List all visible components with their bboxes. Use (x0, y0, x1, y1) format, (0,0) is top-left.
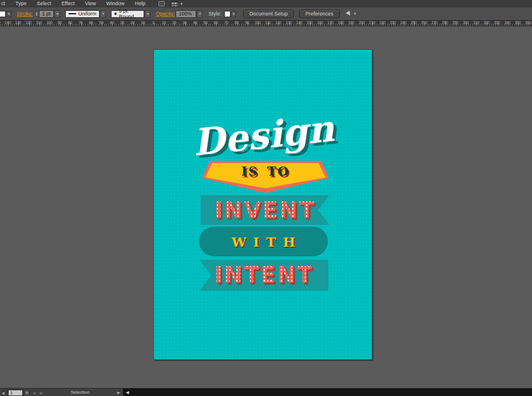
ruler-label: 10 (162, 21, 166, 25)
ruler-label: 70 (78, 21, 82, 25)
menu-items: ctTypeSelectEffectViewWindowHelp (0, 0, 150, 7)
document-setup-button[interactable]: Document Setup (243, 10, 294, 18)
artboard[interactable]: Design IS TO INVENT WITH INTENT (153, 49, 372, 360)
fill-color-dropdown[interactable]: ▼ (6, 11, 11, 17)
ruler-label: 330 (494, 21, 500, 25)
style-swatch[interactable] (224, 11, 231, 17)
menu-bar: ctTypeSelectEffectViewWindowHelp ▼ (0, 0, 532, 7)
ruler-label: 350 (515, 21, 521, 25)
ruler-label: 340 (505, 21, 510, 25)
menu-item-effect[interactable]: Effect (57, 0, 80, 7)
ruler-label: 80 (235, 21, 239, 25)
stroke-weight-dropdown[interactable]: ▼ (54, 10, 60, 18)
ruler-label: 320 (483, 21, 489, 25)
ruler-label: 130 (15, 21, 21, 25)
status-text: Selection (54, 389, 106, 396)
ribbon-band-bottom: INTENT (200, 260, 328, 291)
poster-title-script: Design (153, 102, 372, 168)
opacity-dropdown[interactable]: ▼ (197, 10, 203, 18)
stroke-weight-value[interactable]: 1 pt (39, 10, 54, 18)
ruler-label: 240 (400, 21, 406, 25)
opacity-panel-link[interactable]: Opacity: (156, 11, 174, 17)
first-artboard-icon[interactable]: ◀ (0, 391, 6, 395)
chevron-down-icon: ▼ (180, 2, 183, 6)
arrange-documents-icon[interactable] (158, 1, 165, 6)
ruler-label: 110 (36, 21, 42, 25)
poster-banner-text: IS TO (202, 164, 329, 179)
ruler-label: 20 (172, 21, 176, 25)
ruler-label: 270 (431, 21, 437, 25)
ruler-label: 170 (327, 21, 333, 25)
ruler-label: 210 (369, 21, 375, 25)
menu-item-view[interactable]: View (80, 0, 101, 7)
next-artboard-icon[interactable]: ▶ (32, 391, 38, 395)
width-profile-select[interactable]: Uniform (65, 10, 100, 18)
ruler-label: 130 (286, 21, 292, 25)
ruler-label: 110 (265, 21, 271, 25)
ruler-label: 250 (411, 21, 416, 25)
ruler-label: 300 (463, 21, 469, 25)
ruler-label: 80 (68, 21, 72, 25)
menu-item-type[interactable]: Type (10, 0, 32, 7)
last-artboard-icon[interactable]: ▶| (38, 391, 45, 395)
ruler-label: 10 (141, 21, 145, 25)
select-similar-dropdown[interactable]: ▼ (354, 12, 357, 15)
brush-select[interactable]: 5 pt. Round (111, 10, 144, 18)
poster-line-intent: INTENT (200, 259, 328, 291)
ruler-label: 290 (452, 21, 458, 25)
poster-banner: IS TO (202, 161, 329, 193)
ruler-label: 140 (5, 21, 10, 25)
poster-line-with: WITH (199, 227, 328, 258)
ruler-label: 60 (214, 21, 218, 25)
ruler-label: 120 (275, 21, 281, 25)
width-profile-value: Uniform (78, 11, 97, 17)
select-similar-icon[interactable] (346, 10, 352, 17)
menu-item-select[interactable]: Select (32, 0, 57, 7)
ruler-label: 40 (110, 21, 114, 25)
ruler-label: 150 (307, 21, 312, 25)
status-expand-icon[interactable]: ▶ (117, 389, 120, 396)
ruler-label: 140 (296, 21, 302, 25)
artboard-number-dropdown[interactable]: ▼ (24, 390, 30, 396)
ruler-label: 100 (46, 21, 52, 25)
poster-line-invent: INVENT (201, 195, 329, 226)
stroke-line-icon (69, 13, 76, 14)
artboard-navigation: ◀ 1 ▼ ▶ ▶| (0, 389, 45, 396)
stroke-weight-stepper[interactable]: ▲▼ (35, 11, 38, 16)
horizontal-scrollbar[interactable]: ◀ (123, 389, 532, 396)
menu-item-window[interactable]: Window (101, 0, 130, 7)
ruler-label: 200 (359, 21, 364, 25)
ribbon-band-top: INVENT (201, 195, 329, 225)
width-profile-dropdown[interactable]: ▼ (100, 10, 106, 18)
scroll-left-icon[interactable]: ◀ (126, 389, 129, 396)
ruler-label: 0 (152, 21, 154, 25)
horizontal-ruler[interactable]: 1501401301201101009080706050403020100102… (0, 21, 532, 26)
menu-item-ct[interactable]: ct (0, 0, 10, 7)
ruler-label: 20 (130, 21, 134, 25)
ruler-label: 100 (255, 21, 260, 25)
ruler-label: 60 (89, 21, 93, 25)
style-dropdown[interactable]: ▼ (231, 11, 236, 17)
workspace-grid-icon (170, 1, 178, 7)
ruler-label: 280 (442, 21, 448, 25)
ribbon-band-middle: WITH (199, 227, 328, 256)
ruler-label: 190 (348, 21, 354, 25)
brush-dropdown[interactable]: ▼ (145, 10, 150, 18)
ruler-label: 70 (224, 21, 228, 25)
stroke-panel-link[interactable]: Stroke: (17, 11, 33, 17)
menubar-icons: ▼ (158, 1, 183, 7)
pasteboard[interactable]: Design IS TO INVENT WITH INTENT (0, 27, 532, 388)
brush-value: 5 pt. Round (119, 8, 141, 19)
preferences-button[interactable]: Preferences (299, 10, 340, 18)
ruler-label: 230 (390, 21, 396, 25)
control-bar: ▼ Stroke: ▲▼ 1 pt ▼ Uniform ▼ 5 pt. Roun… (0, 7, 532, 21)
opacity-value[interactable]: 100% (176, 10, 196, 18)
ruler-label: 50 (204, 21, 208, 25)
workspace-switcher[interactable]: ▼ (170, 1, 183, 7)
ruler-label: 260 (421, 21, 427, 25)
artboard-number-input[interactable]: 1 (8, 390, 23, 396)
ruler-label: 160 (317, 21, 323, 25)
ruler-label: 40 (193, 21, 197, 25)
menu-item-help[interactable]: Help (130, 0, 151, 7)
fill-color-swatch[interactable] (0, 11, 6, 17)
